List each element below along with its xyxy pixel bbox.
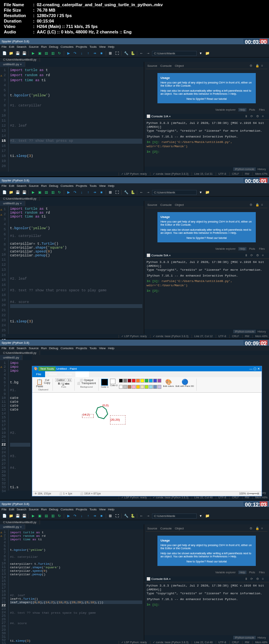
step-in-icon[interactable]: ↓ <box>79 513 84 519</box>
editor-tab[interactable]: untitled0.py × <box>0 524 25 529</box>
save-icon[interactable]: 💾 <box>15 513 20 519</box>
run-icon[interactable]: ▶ <box>30 190 36 195</box>
fullscreen-icon[interactable]: ⛶ <box>114 513 120 519</box>
window-titlebar[interactable]: Spyder (Python 3.8)—▢✕ <box>0 501 269 507</box>
menu-search[interactable]: Search <box>17 45 26 49</box>
console-menu-icon[interactable]: ≡ <box>262 577 267 581</box>
paint-text-tab[interactable]: Text <box>75 371 89 377</box>
maximize-pane-icon[interactable]: ⊞ <box>108 190 113 195</box>
text-selection-box[interactable] <box>110 415 126 425</box>
ipython-tab[interactable]: IPython console <box>233 167 256 171</box>
step-over-icon[interactable]: ↷ <box>72 50 78 56</box>
menu-icon[interactable]: ≡ <box>261 203 266 207</box>
paint-home-tab[interactable]: Home <box>45 371 61 377</box>
console-gear-icon[interactable]: ⚙ <box>256 115 261 118</box>
maximize-pane-icon[interactable]: ⊞ <box>108 513 113 519</box>
color1-swatch[interactable] <box>101 379 108 386</box>
var-explorer-tab[interactable]: Variable explorer <box>214 108 237 111</box>
run-cell-advance-icon[interactable]: ▤ <box>44 513 49 519</box>
console-menu-icon[interactable]: ≡ <box>262 115 267 118</box>
help-source-tab[interactable]: Source <box>147 64 157 68</box>
restart-icon[interactable]: ⟳ <box>250 254 255 258</box>
continue-icon[interactable]: ↠ <box>92 190 98 195</box>
back-icon[interactable]: ← <box>139 50 144 56</box>
new-file-icon[interactable]: 📄 <box>2 190 7 195</box>
run-selection-icon[interactable]: ▥ <box>50 190 56 195</box>
save-all-icon[interactable]: 💾 <box>21 190 27 195</box>
forward-icon[interactable]: → <box>145 190 151 195</box>
console-gear-icon[interactable]: ⚙ <box>256 254 261 258</box>
open-icon[interactable]: 📁 <box>8 190 14 195</box>
up-dir-icon[interactable]: 📁 <box>204 513 210 519</box>
stop-icon[interactable]: ■ <box>99 190 104 195</box>
help-subtab[interactable]: Help <box>238 108 246 111</box>
interrupt-icon[interactable]: ⏸ <box>245 577 249 581</box>
menu-icon[interactable]: ≡ <box>261 527 266 531</box>
paste-icon[interactable]: 📋 <box>36 379 43 385</box>
debug-icon[interactable]: ▶ <box>66 513 71 519</box>
step-out-icon[interactable]: ↑ <box>86 513 91 519</box>
lock-icon[interactable]: 🔒 <box>255 64 260 68</box>
restart-icon[interactable]: ⟳ <box>250 115 255 118</box>
code-content[interactable]: import turtle as t import random as rd i… <box>9 529 144 640</box>
working-dir-input[interactable] <box>152 51 197 56</box>
console-tab-label[interactable]: ⬜ Console 1/A × <box>147 115 171 118</box>
editor-tab[interactable]: untitled0.py × <box>0 62 25 67</box>
gear-icon[interactable]: ⚙ <box>250 64 254 68</box>
menu-debug[interactable]: Debug <box>49 45 58 49</box>
code-content[interactable]: impoimpoimpot.bg#1.catecatecatecate#2.#3… <box>9 360 32 491</box>
code-content[interactable]: import turtle as t import random as rd i… <box>9 206 144 334</box>
fullscreen-icon[interactable]: ⛶ <box>114 190 120 195</box>
run-icon[interactable]: ▶ <box>30 513 36 519</box>
menu-tools[interactable]: Tools <box>89 45 97 49</box>
run-selection-icon[interactable]: ▥ <box>50 513 56 519</box>
browse-icon[interactable]: ▾ <box>198 190 203 195</box>
browse-icon[interactable]: ▾ <box>198 513 203 519</box>
opaque-radio[interactable]: ⬜ <box>80 379 84 381</box>
help-console-tab[interactable]: Console <box>160 64 171 68</box>
paint-close-button[interactable]: ✕ <box>257 367 260 371</box>
python-path-icon[interactable]: 🐍 <box>130 513 135 519</box>
code-editor[interactable]: ⚠1⚠2345678910111213141516171819202122232… <box>0 206 144 334</box>
close-tab-icon[interactable]: × <box>20 63 22 66</box>
run-selection-icon[interactable]: ▥ <box>50 50 56 56</box>
save-all-icon[interactable]: 💾 <box>21 513 27 519</box>
interrupt-icon[interactable]: ⏸ <box>245 254 249 258</box>
debug-icon[interactable]: ▶ <box>66 50 71 56</box>
italic-button[interactable]: I <box>61 382 61 385</box>
console-output[interactable]: Python 3.8.3 (default, Jul 2 2020, 17:30… <box>144 582 269 609</box>
menu-edit[interactable]: Edit <box>9 45 14 49</box>
step-over-icon[interactable]: ↷ <box>72 513 78 519</box>
rerun-icon[interactable]: ↻ <box>57 513 62 519</box>
new-file-icon[interactable]: 📄 <box>2 513 7 519</box>
editor-tab[interactable]: untitled0.py × <box>0 201 25 206</box>
stop-icon[interactable]: ■ <box>99 50 104 56</box>
rerun-icon[interactable]: ↻ <box>57 50 62 56</box>
preferences-icon[interactable]: 🔧 <box>123 50 129 56</box>
history-tab[interactable]: History <box>256 167 267 171</box>
plots-tab[interactable]: Plots <box>248 108 257 111</box>
menu-icon[interactable]: ≡ <box>261 64 266 68</box>
working-dir-input[interactable] <box>152 513 197 519</box>
python-path-icon[interactable]: 🐍 <box>130 50 135 56</box>
menu-view[interactable]: View <box>99 45 106 49</box>
run-cell-icon[interactable]: ▣ <box>37 513 42 519</box>
rerun-icon[interactable]: ↻ <box>57 190 62 195</box>
window-titlebar[interactable]: Spyder (Python 3.8)—▢✕ <box>0 177 269 183</box>
console-tab-label[interactable]: ⬜ Console 5/A × <box>147 254 171 258</box>
new-file-icon[interactable]: 📄 <box>2 50 7 56</box>
color-palette[interactable] <box>119 379 161 391</box>
window-titlebar[interactable]: Spyder (Python 3.8)—▢✕ <box>0 339 269 346</box>
console-tab-label[interactable]: ⬜ Console 6/A × <box>147 577 171 581</box>
browse-icon[interactable]: ▾ <box>198 50 203 56</box>
code-editor[interactable]: 1⚠23456789101112131415161718192021222324… <box>0 360 32 491</box>
help-object-tab[interactable]: Object <box>175 64 184 68</box>
code-editor[interactable]: 1⚠234567891011121314151617181920 import … <box>0 67 144 172</box>
edit-colors-icon[interactable]: 🎨 <box>163 379 174 385</box>
console-menu-icon[interactable]: ≡ <box>262 254 267 258</box>
back-icon[interactable]: ← <box>139 513 144 519</box>
transparent-radio[interactable]: ⬜ <box>77 382 81 385</box>
code-editor[interactable]: ⚠1⚠2345678910111213141516171819202122232… <box>0 529 144 640</box>
preferences-icon[interactable]: 🔧 <box>123 513 129 519</box>
interrupt-icon[interactable]: ⏸ <box>245 115 249 118</box>
